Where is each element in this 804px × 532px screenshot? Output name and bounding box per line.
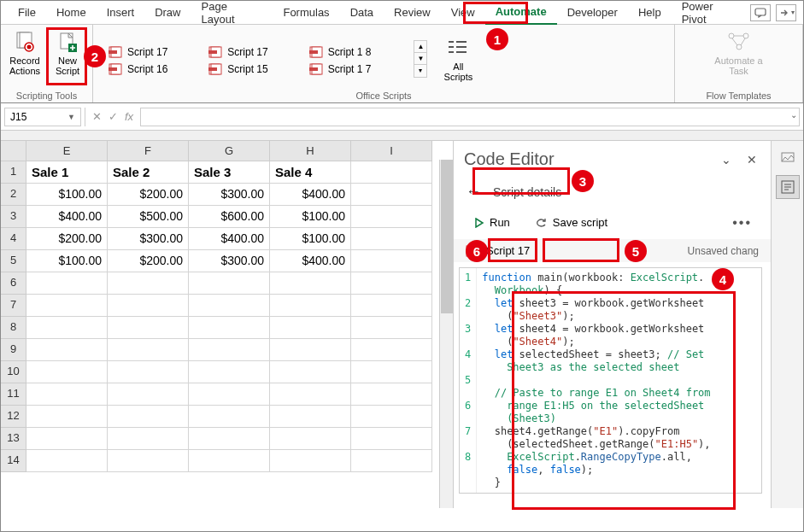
vertical-scrollbar[interactable] <box>439 160 453 508</box>
cell[interactable] <box>351 406 432 428</box>
cell[interactable] <box>351 450 432 472</box>
cell[interactable] <box>26 406 108 428</box>
new-script-button[interactable]: New Script <box>49 28 86 78</box>
cell[interactable]: $200.00 <box>108 184 189 206</box>
cell[interactable]: $200.00 <box>108 250 189 272</box>
cell[interactable] <box>351 361 432 383</box>
cell[interactable] <box>108 428 189 450</box>
row-header[interactable]: 7 <box>1 295 26 317</box>
row-header[interactable]: 12 <box>1 406 26 428</box>
cell[interactable] <box>270 272 351 295</box>
gallery-more-icon[interactable]: ▾ <box>414 65 426 77</box>
cell[interactable] <box>351 206 432 228</box>
cell[interactable] <box>189 339 270 361</box>
cell[interactable]: $500.00 <box>108 206 189 228</box>
gallery-down-icon[interactable]: ▼ <box>414 53 426 65</box>
cell[interactable] <box>26 339 108 361</box>
cell[interactable] <box>351 428 432 450</box>
cell[interactable] <box>108 406 189 428</box>
cell[interactable] <box>351 161 432 184</box>
cell[interactable]: $400.00 <box>270 184 351 206</box>
all-scripts-button[interactable]: All Scripts <box>439 34 477 84</box>
name-box[interactable]: J15 ▼ <box>4 108 81 126</box>
cell[interactable]: Sale 3 <box>189 161 270 184</box>
cell[interactable] <box>351 250 432 272</box>
cell[interactable] <box>270 383 351 406</box>
cell[interactable] <box>270 339 351 361</box>
row-header[interactable]: 5 <box>1 250 26 272</box>
cell[interactable] <box>108 450 189 472</box>
cell[interactable] <box>26 272 108 295</box>
tab-review[interactable]: Review <box>384 1 441 24</box>
cell[interactable] <box>26 383 108 406</box>
tab-automate[interactable]: Automate <box>485 0 557 25</box>
cell[interactable] <box>189 428 270 450</box>
cancel-icon[interactable]: ✕ <box>92 110 102 123</box>
row-header[interactable]: 14 <box>1 450 26 472</box>
script-item[interactable]: Script 17 <box>105 44 171 60</box>
tab-home[interactable]: Home <box>46 1 97 24</box>
close-icon[interactable]: ✕ <box>743 151 760 168</box>
cell[interactable] <box>270 428 351 450</box>
cell[interactable] <box>189 272 270 295</box>
cell[interactable]: $600.00 <box>189 206 270 228</box>
row-header[interactable]: 4 <box>1 228 26 250</box>
activity-icon[interactable] <box>776 146 800 170</box>
cell[interactable]: $100.00 <box>26 250 108 272</box>
row-header[interactable]: 11 <box>1 383 26 406</box>
cell[interactable] <box>108 361 189 383</box>
col-header[interactable]: G <box>189 141 270 161</box>
cell[interactable] <box>189 406 270 428</box>
tab-draw[interactable]: Draw <box>144 1 191 24</box>
row-header[interactable]: 1 <box>1 161 26 184</box>
cell[interactable]: $100.00 <box>26 184 108 206</box>
chevron-down-icon[interactable]: ▼ <box>67 113 75 121</box>
cell[interactable] <box>26 428 108 450</box>
save-script-button[interactable]: Save script <box>527 213 616 232</box>
gallery-up-icon[interactable]: ▲ <box>414 41 426 53</box>
cell[interactable] <box>108 317 189 339</box>
tab-help[interactable]: Help <box>628 1 672 24</box>
code-editor[interactable]: 12345678 function main(workbook: ExcelSc… <box>459 267 762 494</box>
cell[interactable] <box>26 361 108 383</box>
script-item[interactable]: Script 1 8 <box>306 44 375 60</box>
row-header[interactable]: 3 <box>1 206 26 228</box>
tab-formulas[interactable]: Formulas <box>273 1 339 24</box>
script-item[interactable]: Script 15 <box>205 61 271 77</box>
cell[interactable] <box>270 406 351 428</box>
cell[interactable]: $200.00 <box>26 228 108 250</box>
cell[interactable] <box>351 339 432 361</box>
spreadsheet[interactable]: EFGHI1Sale 1Sale 2Sale 3Sale 42$100.00$2… <box>1 141 454 508</box>
cell[interactable] <box>108 383 189 406</box>
run-button[interactable]: Run <box>466 213 519 232</box>
row-header[interactable]: 2 <box>1 184 26 206</box>
editor-rail-icon[interactable] <box>776 175 800 199</box>
cell[interactable] <box>26 317 108 339</box>
tab-data[interactable]: Data <box>340 1 384 24</box>
cell[interactable] <box>351 228 432 250</box>
cell[interactable] <box>351 184 432 206</box>
row-header[interactable]: 9 <box>1 339 26 361</box>
col-header[interactable]: F <box>108 141 189 161</box>
cell[interactable] <box>26 295 108 317</box>
cell[interactable] <box>189 295 270 317</box>
cell[interactable]: $300.00 <box>189 184 270 206</box>
cell[interactable]: Sale 1 <box>26 161 108 184</box>
expand-formula-icon[interactable]: ⌄ <box>790 110 797 120</box>
tab-insert[interactable]: Insert <box>97 1 145 24</box>
cell[interactable]: $400.00 <box>270 250 351 272</box>
row-header[interactable]: 8 <box>1 317 26 339</box>
cell[interactable]: $400.00 <box>26 206 108 228</box>
script-item[interactable]: Script 16 <box>105 61 171 77</box>
row-header[interactable]: 13 <box>1 428 26 450</box>
cell[interactable] <box>351 272 432 295</box>
cell[interactable]: $300.00 <box>189 250 270 272</box>
cell[interactable] <box>108 295 189 317</box>
cell[interactable]: Sale 4 <box>270 161 351 184</box>
cell[interactable] <box>108 339 189 361</box>
col-header[interactable]: I <box>351 141 432 161</box>
cell[interactable]: $400.00 <box>189 228 270 250</box>
formula-input[interactable]: ⌄ <box>140 108 800 126</box>
cell[interactable] <box>189 383 270 406</box>
row-header[interactable]: 10 <box>1 361 26 383</box>
